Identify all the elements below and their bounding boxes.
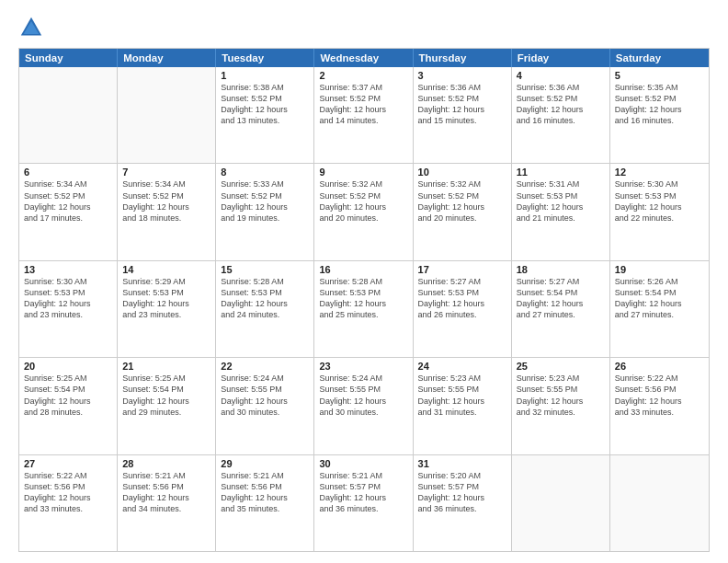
day-details: Sunrise: 5:32 AMSunset: 5:52 PMDaylight:…	[418, 178, 506, 224]
day-details: Sunrise: 5:28 AMSunset: 5:53 PMDaylight:…	[221, 276, 309, 321]
empty-cell	[512, 455, 610, 551]
day-number: 20	[24, 361, 112, 372]
day-number: 21	[122, 361, 210, 372]
day-details: Sunrise: 5:23 AMSunset: 5:55 PMDaylight:…	[418, 373, 506, 418]
day-number: 12	[615, 167, 704, 178]
day-cell-27: 27Sunrise: 5:22 AMSunset: 5:56 PMDayligh…	[19, 455, 118, 551]
day-cell-29: 29Sunrise: 5:21 AMSunset: 5:56 PMDayligh…	[216, 455, 314, 551]
day-cell-3: 3Sunrise: 5:36 AMSunset: 5:52 PMDaylight…	[414, 67, 512, 163]
day-number: 31	[418, 458, 506, 469]
day-number: 25	[517, 361, 605, 372]
day-cell-10: 10Sunrise: 5:32 AMSunset: 5:52 PMDayligh…	[414, 164, 512, 259]
calendar: SundayMondayTuesdayWednesdayThursdayFrid…	[18, 48, 710, 552]
day-number: 2	[319, 70, 407, 81]
day-cell-4: 4Sunrise: 5:36 AMSunset: 5:52 PMDaylight…	[512, 67, 610, 163]
day-cell-31: 31Sunrise: 5:20 AMSunset: 5:57 PMDayligh…	[414, 455, 512, 551]
day-details: Sunrise: 5:25 AMSunset: 5:54 PMDaylight:…	[24, 373, 112, 418]
day-details: Sunrise: 5:25 AMSunset: 5:54 PMDaylight:…	[122, 373, 210, 418]
day-number: 10	[418, 167, 506, 178]
day-number: 23	[319, 361, 407, 372]
day-number: 4	[517, 70, 605, 81]
day-details: Sunrise: 5:21 AMSunset: 5:56 PMDaylight:…	[122, 470, 210, 515]
day-details: Sunrise: 5:27 AMSunset: 5:54 PMDaylight:…	[517, 276, 605, 321]
day-number: 19	[615, 264, 704, 275]
header-day-sunday: Sunday	[19, 49, 118, 67]
day-details: Sunrise: 5:35 AMSunset: 5:52 PMDaylight:…	[615, 82, 704, 127]
day-number: 11	[517, 167, 605, 178]
day-number: 7	[122, 167, 210, 178]
day-cell-7: 7Sunrise: 5:34 AMSunset: 5:52 PMDaylight…	[118, 164, 216, 259]
day-details: Sunrise: 5:26 AMSunset: 5:54 PMDaylight:…	[615, 276, 704, 321]
header-day-saturday: Saturday	[610, 49, 709, 67]
logo-icon	[18, 15, 44, 40]
day-number: 29	[221, 458, 309, 469]
day-number: 17	[418, 264, 506, 275]
day-details: Sunrise: 5:29 AMSunset: 5:53 PMDaylight:…	[122, 276, 210, 321]
day-details: Sunrise: 5:28 AMSunset: 5:53 PMDaylight:…	[319, 276, 407, 321]
day-details: Sunrise: 5:24 AMSunset: 5:55 PMDaylight:…	[319, 373, 407, 418]
day-cell-19: 19Sunrise: 5:26 AMSunset: 5:54 PMDayligh…	[610, 261, 709, 357]
day-cell-8: 8Sunrise: 5:33 AMSunset: 5:52 PMDaylight…	[216, 164, 314, 259]
day-cell-11: 11Sunrise: 5:31 AMSunset: 5:53 PMDayligh…	[512, 164, 610, 259]
day-cell-21: 21Sunrise: 5:25 AMSunset: 5:54 PMDayligh…	[118, 358, 216, 454]
day-cell-22: 22Sunrise: 5:24 AMSunset: 5:55 PMDayligh…	[216, 358, 314, 454]
day-cell-12: 12Sunrise: 5:30 AMSunset: 5:53 PMDayligh…	[610, 164, 709, 259]
day-details: Sunrise: 5:34 AMSunset: 5:52 PMDaylight:…	[24, 178, 112, 224]
day-cell-17: 17Sunrise: 5:27 AMSunset: 5:53 PMDayligh…	[414, 261, 512, 357]
day-cell-16: 16Sunrise: 5:28 AMSunset: 5:53 PMDayligh…	[314, 261, 413, 357]
day-number: 22	[221, 361, 309, 372]
calendar-row-5: 27Sunrise: 5:22 AMSunset: 5:56 PMDayligh…	[19, 454, 709, 551]
day-cell-6: 6Sunrise: 5:34 AMSunset: 5:52 PMDaylight…	[19, 164, 118, 259]
day-cell-20: 20Sunrise: 5:25 AMSunset: 5:54 PMDayligh…	[19, 358, 118, 454]
day-cell-25: 25Sunrise: 5:23 AMSunset: 5:55 PMDayligh…	[512, 358, 610, 454]
day-cell-13: 13Sunrise: 5:30 AMSunset: 5:53 PMDayligh…	[19, 261, 118, 357]
day-number: 28	[122, 458, 210, 469]
calendar-body: 1Sunrise: 5:38 AMSunset: 5:52 PMDaylight…	[19, 67, 709, 551]
day-details: Sunrise: 5:30 AMSunset: 5:53 PMDaylight:…	[24, 276, 112, 321]
day-number: 30	[319, 458, 407, 469]
day-cell-14: 14Sunrise: 5:29 AMSunset: 5:53 PMDayligh…	[118, 261, 216, 357]
day-number: 13	[24, 264, 112, 275]
day-details: Sunrise: 5:33 AMSunset: 5:52 PMDaylight:…	[221, 178, 309, 224]
header-day-tuesday: Tuesday	[216, 49, 314, 67]
day-number: 9	[319, 167, 407, 178]
day-number: 16	[319, 264, 407, 275]
day-cell-15: 15Sunrise: 5:28 AMSunset: 5:53 PMDayligh…	[216, 261, 314, 357]
day-number: 6	[24, 167, 112, 178]
day-details: Sunrise: 5:21 AMSunset: 5:57 PMDaylight:…	[319, 470, 407, 515]
header-day-wednesday: Wednesday	[314, 49, 413, 67]
day-details: Sunrise: 5:21 AMSunset: 5:56 PMDaylight:…	[221, 470, 309, 515]
empty-cell	[610, 455, 709, 551]
day-details: Sunrise: 5:32 AMSunset: 5:52 PMDaylight:…	[319, 178, 407, 224]
day-number: 5	[615, 70, 704, 81]
day-details: Sunrise: 5:23 AMSunset: 5:55 PMDaylight:…	[517, 373, 605, 418]
calendar-row-4: 20Sunrise: 5:25 AMSunset: 5:54 PMDayligh…	[19, 357, 709, 454]
day-details: Sunrise: 5:27 AMSunset: 5:53 PMDaylight:…	[418, 276, 506, 321]
day-number: 26	[615, 361, 704, 372]
day-details: Sunrise: 5:36 AMSunset: 5:52 PMDaylight:…	[418, 82, 506, 127]
day-details: Sunrise: 5:22 AMSunset: 5:56 PMDaylight:…	[24, 470, 112, 515]
day-cell-28: 28Sunrise: 5:21 AMSunset: 5:56 PMDayligh…	[118, 455, 216, 551]
empty-cell	[118, 67, 216, 163]
calendar-row-3: 13Sunrise: 5:30 AMSunset: 5:53 PMDayligh…	[19, 260, 709, 357]
page: SundayMondayTuesdayWednesdayThursdayFrid…	[0, 0, 728, 563]
day-details: Sunrise: 5:31 AMSunset: 5:53 PMDaylight:…	[517, 178, 605, 224]
header	[18, 15, 710, 40]
day-details: Sunrise: 5:22 AMSunset: 5:56 PMDaylight:…	[615, 373, 704, 418]
day-number: 14	[122, 264, 210, 275]
day-details: Sunrise: 5:24 AMSunset: 5:55 PMDaylight:…	[221, 373, 309, 418]
day-details: Sunrise: 5:38 AMSunset: 5:52 PMDaylight:…	[221, 82, 309, 127]
day-number: 3	[418, 70, 506, 81]
day-cell-18: 18Sunrise: 5:27 AMSunset: 5:54 PMDayligh…	[512, 261, 610, 357]
day-details: Sunrise: 5:36 AMSunset: 5:52 PMDaylight:…	[517, 82, 605, 127]
day-details: Sunrise: 5:20 AMSunset: 5:57 PMDaylight:…	[418, 470, 506, 515]
day-cell-24: 24Sunrise: 5:23 AMSunset: 5:55 PMDayligh…	[414, 358, 512, 454]
day-cell-30: 30Sunrise: 5:21 AMSunset: 5:57 PMDayligh…	[314, 455, 413, 551]
day-number: 15	[221, 264, 309, 275]
day-details: Sunrise: 5:34 AMSunset: 5:52 PMDaylight:…	[122, 178, 210, 224]
calendar-header: SundayMondayTuesdayWednesdayThursdayFrid…	[19, 49, 709, 67]
day-cell-5: 5Sunrise: 5:35 AMSunset: 5:52 PMDaylight…	[610, 67, 709, 163]
day-number: 24	[418, 361, 506, 372]
day-details: Sunrise: 5:30 AMSunset: 5:53 PMDaylight:…	[615, 178, 704, 224]
header-day-monday: Monday	[118, 49, 216, 67]
